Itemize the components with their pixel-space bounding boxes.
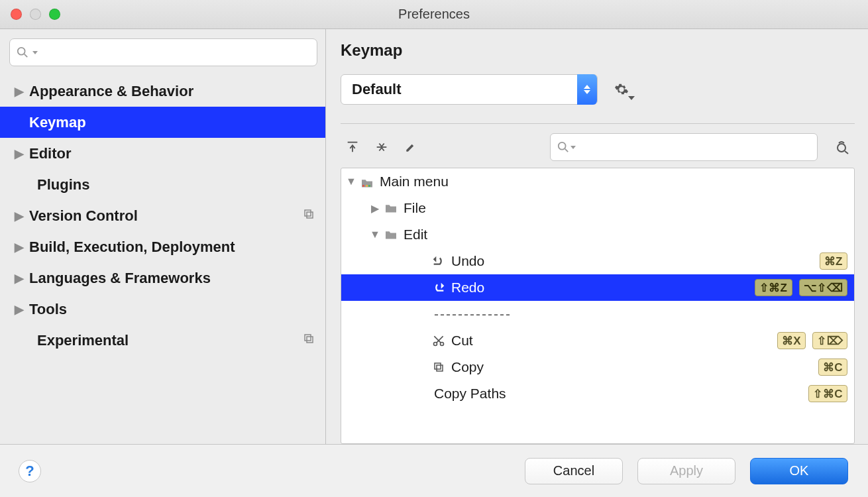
- shortcut-badge: ⌘Z: [820, 252, 847, 270]
- sidebar-item-appearance-behavior[interactable]: ▶Appearance & Behavior: [0, 76, 325, 107]
- expand-chevron-icon: ▼: [368, 229, 382, 241]
- combo-stepper-icon: [577, 74, 597, 105]
- sidebar-item-plugins[interactable]: Plugins: [0, 169, 325, 200]
- edit-shortcut-button[interactable]: [399, 136, 423, 158]
- ok-button[interactable]: OK: [750, 458, 848, 484]
- sidebar-item-label: Editor: [29, 145, 72, 162]
- sidebar-item-editor[interactable]: ▶Editor: [0, 138, 325, 169]
- settings-tree: ▶Appearance & BehaviorKeymap▶EditorPlugi…: [0, 76, 325, 356]
- project-level-icon: [303, 208, 315, 223]
- project-level-icon: [303, 333, 315, 348]
- scheme-actions-button[interactable]: [614, 82, 629, 97]
- svg-rect-18: [435, 363, 441, 369]
- tree-row[interactable]: ▶File: [341, 195, 854, 221]
- shortcut-list: ⌘Z: [820, 252, 847, 270]
- window-title: Preferences: [0, 7, 868, 22]
- search-options-chevron-icon[interactable]: [570, 146, 576, 149]
- collapse-all-icon: [374, 140, 389, 154]
- tree-row[interactable]: Redo⇧⌘Z⌥⇧⌫: [341, 274, 854, 301]
- expand-chevron-icon: ▼: [344, 176, 358, 188]
- tree-row-label: Undo: [451, 253, 484, 269]
- redo-icon: [430, 282, 447, 293]
- sidebar: ▶Appearance & BehaviorKeymap▶EditorPlugi…: [0, 29, 326, 444]
- svg-line-12: [845, 151, 848, 154]
- tree-row[interactable]: Cut⌘X⇧⌦: [341, 327, 854, 354]
- sidebar-item-label: Build, Execution, Deployment: [29, 239, 235, 256]
- find-by-shortcut-button[interactable]: [831, 135, 855, 159]
- tree-row-label: Redo: [451, 280, 484, 296]
- keymap-scheme-select[interactable]: Default: [341, 74, 598, 105]
- shortcut-badge: ⌘X: [777, 332, 806, 349]
- sidebar-item-label: Languages & Frameworks: [29, 270, 211, 287]
- tree-row-label: Cut: [451, 333, 473, 349]
- svg-line-10: [565, 149, 569, 152]
- tree-row[interactable]: Copy⌘C: [341, 354, 854, 380]
- svg-point-9: [559, 142, 566, 150]
- tree-row-label: -------------: [434, 306, 512, 322]
- help-button[interactable]: ?: [19, 460, 41, 482]
- tree-row[interactable]: Copy Paths⇧⌘C: [341, 380, 854, 407]
- svg-rect-17: [437, 365, 443, 371]
- tree-row[interactable]: ▼Main menu: [341, 168, 854, 195]
- sidebar-item-version-control[interactable]: ▶Version Control: [0, 200, 325, 231]
- tree-row[interactable]: ▼Edit: [341, 221, 854, 248]
- sidebar-item-label: Keymap: [29, 114, 86, 131]
- expand-chevron-icon: ▶: [15, 271, 24, 286]
- apply-button[interactable]: Apply: [637, 458, 735, 484]
- find-by-shortcut-icon: [835, 139, 851, 155]
- dialog-footer: ? Cancel Apply OK: [0, 444, 868, 497]
- chevron-down-icon: [628, 96, 635, 100]
- folder-icon: [382, 203, 400, 213]
- sidebar-item-label: Appearance & Behavior: [29, 83, 193, 100]
- cancel-button[interactable]: Cancel: [525, 458, 623, 484]
- titlebar: Preferences: [0, 0, 868, 29]
- expand-all-button[interactable]: [341, 136, 364, 158]
- svg-rect-5: [305, 335, 311, 341]
- action-search[interactable]: [550, 133, 818, 161]
- tree-row-label: Copy Paths: [434, 386, 506, 402]
- sidebar-item-keymap[interactable]: Keymap: [0, 107, 325, 138]
- shortcut-badge: ⇧⌦: [812, 332, 847, 349]
- shortcut-list: ⇧⌘Z⌥⇧⌫: [755, 279, 847, 296]
- undo-icon: [430, 256, 447, 266]
- sidebar-item-languages-frameworks[interactable]: ▶Languages & Frameworks: [0, 262, 325, 294]
- pencil-icon: [404, 140, 417, 154]
- sidebar-item-build-execution-deployment[interactable]: ▶Build, Execution, Deployment: [0, 231, 325, 262]
- main-panel: Keymap Default: [326, 29, 868, 444]
- shortcut-badge: ⇧⌘C: [808, 385, 847, 402]
- tree-row-label: Edit: [404, 227, 427, 243]
- sidebar-search[interactable]: [9, 38, 317, 66]
- action-search-input[interactable]: [576, 140, 810, 154]
- expand-all-icon: [345, 140, 360, 154]
- shortcut-badge: ⌘C: [818, 359, 847, 376]
- tree-row[interactable]: -------------: [341, 301, 854, 327]
- tree-row-label: Copy: [451, 359, 484, 375]
- expand-chevron-icon: ▶: [368, 202, 382, 215]
- sidebar-item-label: Tools: [29, 301, 67, 318]
- scheme-row: Default: [341, 74, 855, 105]
- actions-tree[interactable]: ▼Main menu▶File▼EditUndo⌘ZRedo⇧⌘Z⌥⇧⌫----…: [341, 168, 855, 444]
- svg-point-0: [18, 48, 25, 55]
- tree-row[interactable]: Undo⌘Z: [341, 248, 854, 274]
- sidebar-item-label: Experimental: [37, 332, 129, 349]
- copy-icon: [430, 361, 447, 373]
- page-title: Keymap: [341, 41, 855, 60]
- sidebar-item-label: Version Control: [29, 207, 138, 225]
- content: ▶Appearance & BehaviorKeymap▶EditorPlugi…: [0, 29, 868, 444]
- sidebar-search-input[interactable]: [40, 46, 310, 60]
- sidebar-search-wrap: [0, 29, 325, 72]
- search-options-chevron-icon[interactable]: [32, 51, 38, 54]
- shortcut-list: ⇧⌘C: [808, 385, 847, 402]
- expand-chevron-icon: ▶: [15, 84, 24, 99]
- shortcut-badge: ⇧⌘Z: [755, 279, 792, 296]
- sidebar-item-tools[interactable]: ▶Tools: [0, 294, 325, 325]
- collapse-all-button[interactable]: [370, 136, 394, 158]
- svg-rect-4: [307, 337, 313, 343]
- search-icon: [557, 141, 569, 153]
- sidebar-item-experimental[interactable]: Experimental: [0, 325, 325, 356]
- svg-rect-2: [307, 212, 313, 218]
- svg-point-11: [838, 144, 845, 152]
- expand-chevron-icon: ▶: [15, 240, 24, 254]
- menu-folder-icon: [358, 176, 376, 188]
- divider: [341, 123, 855, 124]
